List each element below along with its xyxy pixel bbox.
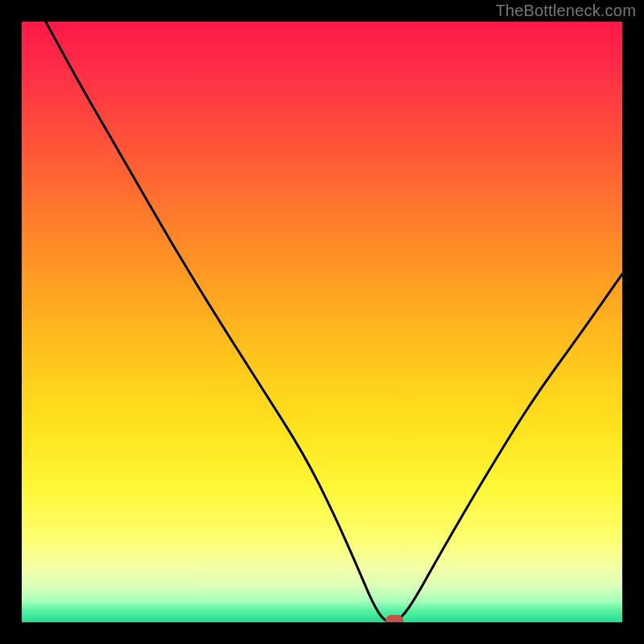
plot-area	[22, 22, 622, 622]
watermark-text: TheBottleneck.com	[495, 2, 636, 20]
optimal-marker	[386, 615, 403, 622]
bottleneck-curve	[22, 22, 622, 622]
chart-frame: TheBottleneck.com	[0, 0, 644, 644]
